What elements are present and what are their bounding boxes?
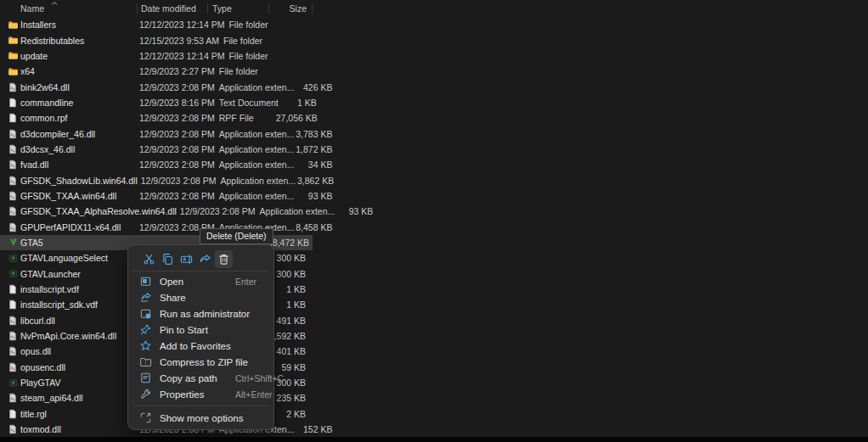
dll-icon — [7, 330, 19, 342]
column-header-name-label: Name — [20, 3, 44, 14]
doc-icon — [7, 112, 19, 124]
file-size: 3,783 KB — [294, 129, 337, 139]
file-name: libcurl.dll — [19, 316, 136, 326]
star-icon — [138, 339, 152, 353]
doc-icon — [7, 97, 19, 109]
cut-icon[interactable] — [140, 250, 158, 268]
file-name: Installers — [19, 20, 136, 30]
dll-icon — [7, 190, 19, 202]
file-type: Application exten... — [215, 191, 295, 201]
file-size: 93 KB — [294, 191, 337, 201]
menu-item-open[interactable]: Open Enter — [132, 273, 270, 289]
file-date-modified: 12/9/2023 2:08 PM — [136, 82, 215, 92]
file-row[interactable]: d3dcsx_46.dll 12/9/2023 2:08 PM Applicat… — [0, 142, 313, 157]
file-size: 34 KB — [294, 159, 337, 170]
dll-icon — [7, 392, 19, 404]
column-header-type[interactable]: Type — [208, 3, 269, 14]
file-date-modified: 12/9/2023 2:08 PM — [136, 144, 215, 154]
dll-icon — [7, 159, 19, 171]
file-date-modified: 12/9/2023 8:16 PM — [136, 98, 215, 108]
file-date-modified: 12/12/2023 12:14 PM — [136, 20, 224, 30]
menu-divider — [133, 271, 268, 271]
menu-item-properties[interactable]: Properties Alt+Enter — [132, 386, 270, 402]
file-type: RPF File — [215, 113, 276, 123]
dll-icon — [7, 205, 19, 217]
file-row[interactable]: GFSDK_ShadowLib.win64.dll 12/9/2023 2:08… — [0, 172, 313, 187]
file-row[interactable]: Redistributables 12/15/2023 9:53 AM File… — [0, 32, 313, 48]
admin-icon — [138, 307, 152, 321]
file-type: Application exten... — [215, 82, 295, 92]
dll-icon — [7, 423, 19, 435]
rename-icon[interactable] — [178, 250, 195, 268]
file-name: d3dcompiler_46.dll — [19, 129, 136, 139]
file-name: bink2w64.dll — [19, 82, 136, 92]
file-type: Application exten... — [215, 159, 295, 170]
file-date-modified: 12/9/2023 2:08 PM — [136, 113, 215, 123]
file-type: File folder — [215, 66, 276, 76]
dll-icon — [7, 81, 19, 93]
dll-icon — [7, 361, 19, 373]
menu-item-run-as-administrator[interactable]: Run as administrator — [132, 305, 270, 322]
menu-item-share[interactable]: Share — [132, 289, 270, 305]
file-name: NvPmApi.Core.win64.dll — [19, 331, 136, 341]
file-size: 1,872 KB — [294, 144, 337, 154]
file-date-modified: 12/9/2023 2:08 PM — [136, 191, 215, 201]
delete-icon[interactable] — [215, 250, 233, 268]
file-name: commandline — [19, 98, 136, 108]
file-date-modified: 12/9/2023 2:08 PM — [136, 159, 215, 170]
file-type: Text Document — [215, 98, 279, 108]
file-row[interactable]: x64 12/9/2023 2:27 PM File folder — [0, 64, 313, 79]
file-name: opus.dll — [19, 346, 136, 356]
column-header-bar: Name Date modified Type Size — [0, 0, 313, 16]
column-header-date-modified[interactable]: Date modified — [138, 3, 208, 14]
dll-icon — [7, 175, 19, 187]
file-type: File folder — [224, 20, 285, 30]
file-name: opusenc.dll — [19, 362, 136, 372]
share-icon[interactable] — [196, 250, 214, 268]
file-type: Application exten... — [215, 129, 295, 139]
menu-item-show-more-options[interactable]: Show more options — [132, 410, 270, 426]
file-name: toxmod.dll — [19, 424, 136, 434]
file-name: x64 — [19, 66, 136, 76]
file-type: File folder — [224, 51, 285, 61]
file-name: installscript_sdk.vdf — [19, 299, 136, 310]
file-row[interactable]: update 12/12/2023 12:14 PM File folder — [0, 48, 313, 64]
file-row[interactable]: GFSDK_TXAA.win64.dll 12/9/2023 2:08 PM A… — [0, 188, 313, 204]
menu-item-shortcut: Alt+Enter — [235, 389, 272, 400]
file-row[interactable]: Installers 12/12/2023 12:14 PM File fold… — [0, 17, 313, 32]
dll-icon — [7, 143, 19, 155]
dll-icon — [7, 345, 19, 357]
zip-icon — [138, 355, 152, 369]
file-name: common.rpf — [19, 113, 136, 123]
folder-icon — [7, 65, 19, 77]
delete-tooltip: Delete (Delete) — [200, 228, 273, 244]
file-row[interactable]: d3dcompiler_46.dll 12/9/2023 2:08 PM App… — [0, 126, 313, 141]
dll-icon — [7, 221, 19, 233]
doc-icon — [7, 299, 19, 311]
column-header-name[interactable]: Name — [0, 3, 138, 14]
quick-actions-bar — [132, 248, 270, 270]
menu-item-add-to-favorites[interactable]: Add to Favorites — [132, 338, 270, 354]
file-row[interactable]: commandline 12/9/2023 8:16 PM Text Docum… — [0, 95, 313, 110]
folder-icon — [7, 35, 19, 47]
sort-ascending-icon — [51, 0, 58, 8]
menu-item-compress-to-zip-file[interactable]: Compress to ZIP file — [132, 354, 270, 370]
gtasmall-icon — [7, 268, 19, 280]
file-name: d3dcsx_46.dll — [19, 144, 136, 154]
file-name: steam_api64.dll — [19, 393, 136, 403]
folder-icon — [7, 50, 19, 62]
file-size: 1 KB — [279, 98, 322, 108]
menu-item-pin-to-start[interactable]: Pin to Start — [132, 322, 270, 338]
file-row[interactable]: common.rpf 12/9/2023 2:08 PM RPF File 27… — [0, 110, 313, 126]
menu-item-copy-as-path[interactable]: Copy as path Ctrl+Shift+C — [132, 370, 270, 386]
file-row[interactable]: bink2w64.dll 12/9/2023 2:08 PM Applicati… — [0, 79, 313, 94]
doc-icon — [7, 283, 19, 295]
copy-icon[interactable] — [159, 250, 177, 268]
file-row[interactable]: GFSDK_TXAA_AlphaResolve.win64.dll 12/9/2… — [0, 204, 313, 219]
file-size: 426 KB — [294, 82, 337, 92]
menu-item-shortcut: Enter — [235, 277, 256, 287]
file-row[interactable]: fvad.dll 12/9/2023 2:08 PM Application e… — [0, 157, 313, 172]
file-date-modified: 12/9/2023 2:27 PM — [136, 66, 215, 76]
column-header-size[interactable]: Size — [269, 3, 313, 14]
file-name: GFSDK_TXAA.win64.dll — [19, 191, 136, 201]
